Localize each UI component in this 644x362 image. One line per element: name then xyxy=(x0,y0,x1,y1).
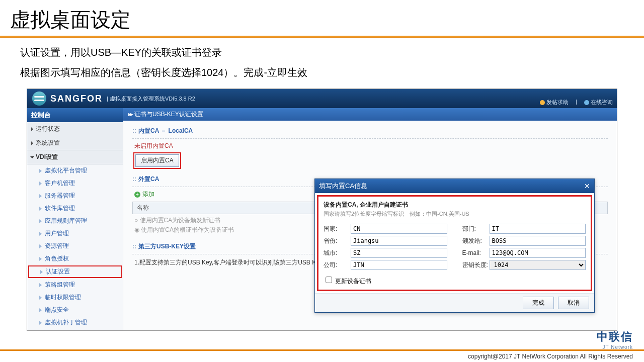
sidebar-group-vdi[interactable]: VDI设置 xyxy=(27,150,123,164)
enable-internal-ca-button[interactable]: 启用内置CA xyxy=(135,154,179,167)
sidebar-item[interactable]: 策略组管理 xyxy=(27,279,123,291)
main-panel: ▸▸证书与USB-KEY认证设置 ::内置CA － LocalCA 未启用内置C… xyxy=(123,108,617,330)
slide-desc-1: 认证设置，用以USB—KEY的关联或证书登录 xyxy=(0,43,644,63)
province-field[interactable] xyxy=(351,236,447,246)
highlight-box: 启用内置CA xyxy=(133,152,181,169)
copyright: copyright@2017 JT NetWork Corporation Al… xyxy=(468,353,633,360)
bulb-icon xyxy=(540,100,545,105)
slide-desc-2: 根据图示填写相应的信息（密钥长度选择1024）。完成-立即生效 xyxy=(0,63,644,83)
sidebar-item[interactable]: 用户管理 xyxy=(27,227,123,240)
breadcrumb: ▸▸证书与USB-KEY认证设置 xyxy=(123,108,617,121)
plus-icon: + xyxy=(134,192,140,198)
country-field[interactable] xyxy=(351,224,447,234)
consult-link[interactable]: 在线咨询 xyxy=(584,99,613,106)
sidebar-item[interactable]: 服务器管理 xyxy=(27,190,123,202)
dept-field[interactable] xyxy=(490,224,586,234)
label-province: 省份: xyxy=(324,237,351,245)
ca-info-dialog: 填写内置CA信息 ✕ 设备内置CA, 企业用户自建证书 国家请填写2位长度字母缩… xyxy=(314,178,595,313)
sidebar-item[interactable]: 虚拟机补丁管理 xyxy=(27,316,123,329)
close-icon[interactable]: ✕ xyxy=(584,182,590,190)
label-country: 国家: xyxy=(324,225,351,233)
divider xyxy=(0,349,644,351)
dialog-title: 填写内置CA信息 xyxy=(319,182,367,191)
brand-name: SANGFOR xyxy=(50,94,103,104)
sidebar-title: 控制台 xyxy=(27,108,123,122)
sidebar-item[interactable]: 资源管理 xyxy=(27,240,123,252)
brand-subtitle: | 虚拟桌面接入管理系统VDI5.3.8 R2 xyxy=(107,95,195,103)
update-cert-checkbox[interactable] xyxy=(326,277,332,283)
sidebar-item[interactable]: 软件库管理 xyxy=(27,202,123,215)
label-issued: 颁发给: xyxy=(462,237,490,245)
divider xyxy=(132,138,608,139)
sidebar-item[interactable]: 角色授权 xyxy=(27,252,123,265)
sidebar-group-system[interactable]: 系统设置 xyxy=(27,136,123,150)
sidebar-group-status[interactable]: 运行状态 xyxy=(27,122,123,136)
sidebar-item[interactable]: 应用规则库管理 xyxy=(27,215,123,227)
city-field[interactable] xyxy=(351,248,447,258)
brand-logo-icon xyxy=(32,92,46,106)
topbar: SANGFOR | 虚拟桌面接入管理系统VDI5.3.8 R2 发帖求助 | 在… xyxy=(27,89,617,108)
chat-icon xyxy=(584,100,589,105)
key-length-select[interactable]: 1024 xyxy=(490,260,586,270)
app-window: SANGFOR | 虚拟桌面接入管理系统VDI5.3.8 R2 发帖求助 | 在… xyxy=(27,88,617,331)
section-internal-ca: ::内置CA － LocalCA xyxy=(123,121,617,137)
divider xyxy=(0,36,644,38)
ca-disabled-note: 未启用内置CA xyxy=(123,140,617,152)
issued-to-field[interactable] xyxy=(490,236,586,246)
label-keylen: 密钥长度: xyxy=(462,261,490,269)
sidebar-item[interactable]: 临时权限管理 xyxy=(27,291,123,304)
cancel-button[interactable]: 取消 xyxy=(558,297,589,309)
dialog-subtitle: 设备内置CA, 企业用户自建证书 xyxy=(324,201,586,209)
update-cert-label: 更新设备证书 xyxy=(335,278,371,285)
sidebar-item-auth-settings[interactable]: 认证设置 xyxy=(28,265,122,278)
sidebar: 控制台 运行状态 系统设置 VDI设置 虚拟化平台管理 客户机管理 服务器管理 … xyxy=(27,108,123,330)
label-city: 城市: xyxy=(324,249,351,257)
label-email: E-mail: xyxy=(462,249,490,256)
sidebar-item[interactable]: 端点安全 xyxy=(27,304,123,316)
email-field[interactable] xyxy=(490,248,586,258)
help-link[interactable]: 发帖求助 xyxy=(540,99,569,106)
ok-button[interactable]: 完成 xyxy=(523,297,554,309)
dialog-hint: 国家请填写2位长度字母缩写标识 例如：中国-CN,美国-US xyxy=(324,210,586,218)
company-field[interactable] xyxy=(351,260,447,270)
slide-title: 虚拟桌面设定 xyxy=(0,0,644,36)
footer-logo: 中联信 JT Network xyxy=(597,329,633,350)
sidebar-item[interactable]: 虚拟化平台管理 xyxy=(27,164,123,177)
label-dept: 部门: xyxy=(462,225,490,233)
sidebar-item[interactable]: 客户机管理 xyxy=(27,177,123,190)
label-company: 公司: xyxy=(324,261,351,269)
